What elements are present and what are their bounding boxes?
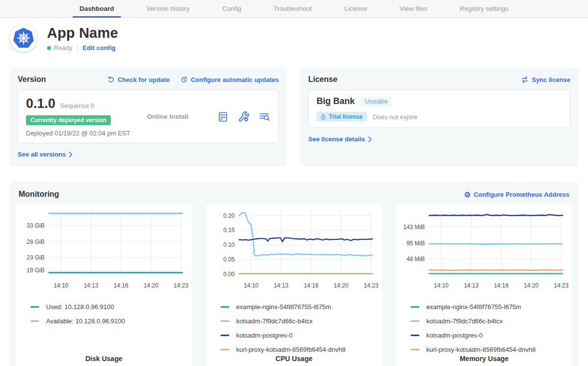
tab-troubleshoot[interactable]: Troubleshoot (270, 0, 315, 17)
checklist-icon (217, 111, 229, 123)
sequence-label: Sequence 0 (60, 102, 94, 109)
legend-swatch (220, 306, 229, 308)
monitoring-title: Monitoring (19, 190, 59, 199)
license-card: License Sync license Big Bank Unstable (300, 68, 578, 166)
app-header: App Name Ready Edit config (10, 25, 578, 52)
cpu-usage-title: CPU Usage (206, 355, 382, 363)
svg-text:14:10: 14:10 (434, 282, 448, 289)
svg-text:14:20: 14:20 (334, 282, 348, 289)
stopwatch-icon (320, 114, 326, 120)
configure-automatic-updates-button[interactable]: Configure automatic updates (180, 76, 279, 83)
refresh-icon (107, 76, 115, 83)
sync-icon (521, 76, 529, 83)
version-card: Version Check for update (10, 68, 287, 166)
install-type-label: Online Install (131, 113, 217, 120)
page-title: App Name (47, 25, 118, 41)
svg-text:0.05: 0.05 (223, 256, 235, 263)
version-card-title: Version (18, 75, 46, 84)
legend-item: Used: 10.128.0.96:9100 (30, 300, 192, 314)
customer-name: Big Bank (317, 96, 355, 106)
edit-config-button[interactable] (237, 110, 250, 123)
legend-swatch (30, 320, 39, 322)
divider (77, 45, 78, 52)
svg-text:14:10: 14:10 (53, 282, 68, 289)
channel-badge: Unstable (361, 97, 392, 106)
svg-text:14:16: 14:16 (304, 282, 318, 289)
logs-search-icon (258, 111, 270, 123)
disk-usage-title: Disk Usage (16, 355, 192, 363)
disk-usage-card: 19 GiB23 GiB28 GiB33 GiB14:1014:1314:161… (16, 205, 192, 366)
legend-item: kotsadm-postgres-0 (220, 328, 382, 342)
tab-version-history[interactable]: Version history (144, 0, 193, 17)
monitoring-section: Monitoring ⚙ Configure Prometheus Addres… (10, 181, 578, 366)
legend-swatch (411, 349, 419, 350)
tab-view-files[interactable]: View files (396, 0, 430, 17)
legend-swatch (220, 335, 229, 336)
memory-usage-card: 48 MiB95 MiB143 MiB14:1014:1314:1614:201… (396, 205, 572, 366)
disk-usage-legend: Used: 10.128.0.96:9100Available: 10.128.… (30, 300, 192, 328)
see-all-versions-link[interactable]: See all versions (18, 151, 73, 158)
legend-item: Available: 10.128.0.96:9100 (30, 314, 192, 328)
legend-swatch (411, 320, 419, 322)
tab-config[interactable]: Config (219, 0, 244, 17)
svg-text:14:13: 14:13 (464, 282, 479, 289)
svg-text:48 MiB: 48 MiB (407, 256, 425, 262)
cpu-usage-chart: 0.000.050.100.150.2014:1014:1314:1614:20… (206, 206, 382, 292)
legend-label: kurl-proxy-kotsadm-8569fb6454-dnvh8 (236, 346, 345, 353)
svg-text:14:16: 14:16 (494, 282, 509, 289)
svg-text:28 GiB: 28 GiB (26, 238, 45, 245)
tab-license[interactable]: License (342, 0, 370, 17)
check-for-update-button[interactable]: Check for update (107, 76, 170, 83)
disk-usage-chart: 19 GiB23 GiB28 GiB33 GiB14:1014:1314:161… (16, 206, 192, 292)
tab-registry-settings[interactable]: Registry settings (457, 0, 512, 17)
edit-config-link[interactable]: Edit config (83, 44, 116, 52)
svg-text:0.20: 0.20 (223, 212, 235, 219)
chevron-right-icon (69, 152, 73, 157)
legend-label: kotsadm-7f9dc7d66c-b4tcx (236, 317, 313, 325)
sync-license-button[interactable]: Sync license (521, 76, 570, 83)
legend-swatch (220, 349, 229, 350)
license-type-badge: Trial license (317, 112, 367, 122)
legend-label: example-nginx-54f8f76755-l675m (426, 303, 521, 311)
legend-item: example-nginx-54f8f76755-l675m (411, 300, 572, 314)
legend-item: kotsadm-postgres-0 (411, 328, 572, 342)
svg-text:14:23: 14:23 (554, 282, 568, 289)
preflight-checks-button[interactable] (217, 110, 229, 123)
legend-swatch (30, 306, 39, 308)
chevron-right-icon (368, 136, 372, 142)
status-dot (47, 46, 51, 50)
top-nav: Dashboard Version history Config Trouble… (0, 0, 588, 18)
legend-item: kotsadm-7f9dc7d66c-b4tcx (220, 314, 382, 328)
legend-label: kotsadm-7f9dc7d66c-b4tcx (426, 317, 503, 325)
legend-label: Available: 10.128.0.96:9100 (46, 317, 125, 325)
svg-text:0.00: 0.00 (223, 271, 235, 278)
legend-item: example-nginx-54f8f76755-l675m (220, 300, 382, 314)
svg-text:95 MiB: 95 MiB (407, 240, 425, 247)
svg-text:143 MiB: 143 MiB (403, 224, 425, 231)
see-license-details-link[interactable]: See license details (308, 135, 372, 143)
license-card-title: License (308, 75, 338, 84)
legend-swatch (220, 320, 229, 322)
clock-refresh-icon (180, 76, 188, 83)
svg-text:14:13: 14:13 (274, 282, 289, 289)
view-deploy-logs-button[interactable] (258, 110, 270, 123)
svg-text:14:20: 14:20 (144, 282, 158, 289)
svg-text:23 GiB: 23 GiB (26, 254, 45, 261)
legend-label: Used: 10.128.0.96:9100 (46, 303, 114, 311)
cpu-usage-card: 0.000.050.100.150.2014:1014:1314:1614:20… (206, 205, 382, 366)
memory-usage-chart: 48 MiB95 MiB143 MiB14:1014:1314:1614:201… (396, 206, 572, 292)
svg-text:0.10: 0.10 (223, 241, 235, 248)
svg-text:14:13: 14:13 (84, 282, 98, 289)
legend-label: example-nginx-54f8f76755-l675m (236, 303, 331, 311)
memory-usage-legend: example-nginx-54f8f76755-l675mkotsadm-7f… (411, 300, 572, 357)
svg-text:19 GiB: 19 GiB (26, 267, 45, 274)
configure-prometheus-button[interactable]: ⚙ Configure Prometheus Address (464, 191, 569, 198)
tab-dashboard[interactable]: Dashboard (76, 0, 117, 17)
svg-text:0.15: 0.15 (223, 227, 235, 234)
app-logo (10, 25, 37, 52)
legend-item: kotsadm-7f9dc7d66c-b4tcx (411, 314, 572, 328)
deployed-timestamp: Deployed 01/19/22 @ 02:04 pm EST (26, 130, 131, 137)
deployed-badge: Currently deployed version (26, 115, 111, 125)
svg-text:14:16: 14:16 (114, 282, 128, 289)
svg-text:14:23: 14:23 (173, 282, 188, 289)
